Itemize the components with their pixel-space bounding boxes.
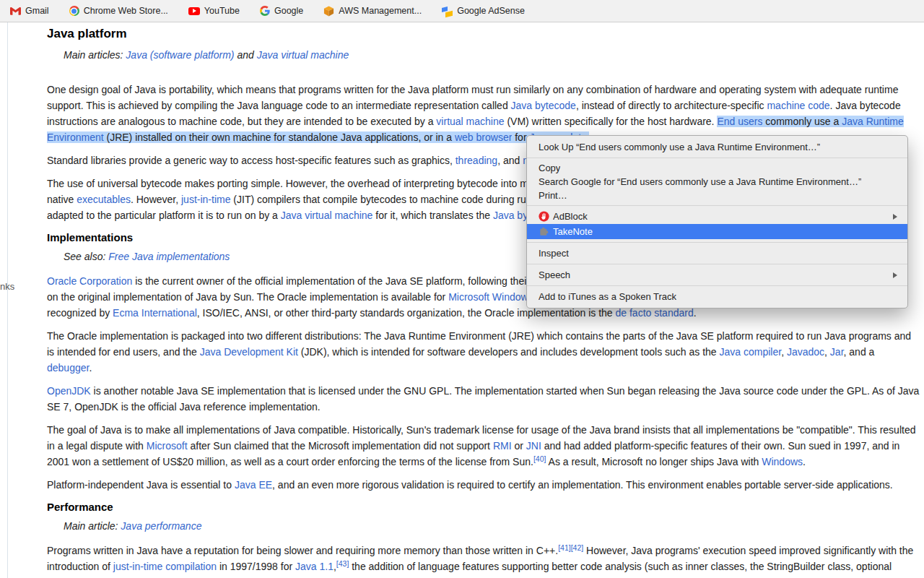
paragraph: OpenJDK is another notable Java SE imple… bbox=[47, 383, 920, 415]
reference-link[interactable]: [40] bbox=[533, 454, 546, 463]
text-run: (JDK), which is intended for software de… bbox=[298, 346, 720, 358]
article-link[interactable]: Java 1.1 bbox=[295, 561, 334, 572]
menu-item-adblock[interactable]: AdBlock bbox=[527, 209, 907, 224]
bookmark-label: Chrome Web Store... bbox=[84, 6, 168, 16]
sidebar-link-fragment[interactable]: nks bbox=[0, 281, 14, 292]
menu-separator bbox=[527, 242, 907, 243]
text-run: See also: bbox=[64, 251, 108, 262]
text-run: (JRE) installed on their own machine for… bbox=[104, 131, 455, 143]
menu-item-search-google[interactable]: Search Google for “End users commonly us… bbox=[527, 175, 907, 189]
article-link[interactable]: Java Development Kit bbox=[200, 346, 298, 358]
bookmark-item-gmail[interactable]: Gmail bbox=[10, 6, 49, 16]
bookmark-item-chrome-web-store[interactable]: Chrome Web Store... bbox=[69, 6, 168, 16]
article-link[interactable]: Jar bbox=[830, 346, 844, 358]
bookmark-item-aws[interactable]: AWS Management... bbox=[323, 6, 422, 17]
article-link[interactable]: executables bbox=[77, 194, 131, 205]
menu-separator bbox=[527, 205, 907, 206]
bookmark-label: Gmail bbox=[25, 6, 49, 16]
article-link[interactable]: de facto standard bbox=[616, 307, 694, 319]
bookmarks-bar: Gmail Chrome Web Store... YouTube Google bbox=[0, 0, 924, 22]
bookmark-item-google[interactable]: Google bbox=[260, 6, 303, 16]
section-heading-java-platform: Java platform bbox=[47, 27, 920, 41]
google-icon bbox=[260, 6, 270, 16]
menu-item-takenote[interactable]: TakeNote bbox=[527, 224, 907, 239]
reference-link[interactable]: [41] bbox=[558, 543, 571, 552]
text-run: , and bbox=[497, 155, 523, 166]
text-run: or bbox=[512, 440, 526, 452]
menu-item-print[interactable]: Print… bbox=[527, 189, 907, 202]
text-run: , instead of directly to architecture-sp… bbox=[576, 100, 767, 111]
article-link[interactable]: virtual machine bbox=[436, 116, 504, 127]
menu-item-look-up[interactable]: Look Up “End users commonly use a Java R… bbox=[527, 139, 907, 155]
text-run: , and a bbox=[844, 346, 875, 358]
text-run: . bbox=[803, 456, 806, 467]
article-link[interactable]: debugger bbox=[47, 362, 89, 374]
text-run: is another notable Java SE implementatio… bbox=[47, 385, 919, 413]
menu-separator bbox=[527, 264, 907, 264]
paragraph: The Oracle implementation is packaged in… bbox=[47, 328, 920, 376]
menu-separator bbox=[527, 285, 907, 286]
article-link[interactable]: End users bbox=[717, 116, 762, 127]
text-run: Standard libraries provide a generic way… bbox=[47, 155, 456, 166]
article-link[interactable]: web browser bbox=[455, 131, 512, 143]
submenu-arrow-icon bbox=[893, 272, 897, 278]
article-link[interactable]: Java performance bbox=[121, 520, 201, 532]
article-link[interactable]: just-in-time bbox=[181, 194, 230, 205]
article-link[interactable]: Oracle Corporation bbox=[47, 275, 132, 287]
article-link[interactable]: Microsoft Windows bbox=[448, 291, 533, 303]
gmail-icon bbox=[10, 7, 21, 15]
article-link[interactable]: Java compiler bbox=[720, 346, 782, 358]
text-run: . bbox=[694, 307, 697, 319]
article-link[interactable]: Java (software platform) bbox=[126, 49, 234, 61]
article-link[interactable]: Java virtual machine bbox=[257, 49, 349, 61]
text-run: , and an even more rigorous validation i… bbox=[272, 479, 893, 491]
text-run: , bbox=[824, 346, 830, 358]
bookmark-label: Google bbox=[274, 6, 303, 16]
reference-link[interactable]: [43] bbox=[336, 559, 349, 568]
context-menu: Look Up “End users commonly use a Java R… bbox=[526, 135, 908, 309]
text-run: is the current owner of the official imp… bbox=[132, 275, 594, 287]
article-link[interactable]: Ecma International bbox=[113, 307, 197, 319]
text-run: Main article: bbox=[64, 520, 121, 532]
text-run: and bbox=[235, 49, 257, 61]
article-link[interactable]: Microsoft bbox=[147, 440, 188, 452]
article-link[interactable]: Javadoc bbox=[787, 346, 824, 358]
adsense-icon bbox=[442, 6, 453, 17]
bookmark-label: Google AdSense bbox=[457, 6, 525, 16]
hatnote-main-articles: Main articles: Java (software platform) … bbox=[47, 47, 920, 63]
aws-cube-icon bbox=[323, 6, 334, 17]
reference-link[interactable]: [42] bbox=[571, 543, 584, 552]
paragraph: Platform-independent Java is essential t… bbox=[47, 477, 920, 493]
article-link[interactable]: just-in-time compilation bbox=[113, 561, 217, 572]
menu-separator bbox=[527, 158, 907, 158]
submenu-arrow-icon bbox=[893, 214, 897, 220]
article-link[interactable]: Windows bbox=[762, 456, 803, 467]
menu-item-add-to-itunes[interactable]: Add to iTunes as a Spoken Track bbox=[527, 289, 907, 304]
menu-item-speech[interactable]: Speech bbox=[527, 267, 907, 282]
takenote-puzzle-icon bbox=[539, 226, 549, 237]
paragraph: The goal of Java is to make all implemen… bbox=[47, 422, 920, 470]
menu-item-copy[interactable]: Copy bbox=[527, 161, 907, 175]
article-link[interactable]: machine code bbox=[767, 100, 829, 111]
text-run: Main articles: bbox=[64, 49, 126, 61]
hatnote-main-article: Main article: Java performance bbox=[47, 518, 920, 534]
text-run: . However, bbox=[131, 194, 181, 205]
text-run: , ISO/IEC, ANSI, or other third-party st… bbox=[197, 307, 616, 319]
bookmark-item-adsense[interactable]: Google AdSense bbox=[442, 6, 525, 17]
chrome-web-store-icon bbox=[69, 6, 79, 16]
article-link[interactable]: Java bytecode bbox=[511, 100, 576, 111]
text-run: in 1997/1998 for bbox=[217, 561, 295, 572]
article-link[interactable]: Java EE bbox=[235, 479, 272, 491]
article-link[interactable]: OpenJDK bbox=[47, 385, 91, 397]
bookmark-item-youtube[interactable]: YouTube bbox=[188, 6, 240, 16]
article-link[interactable]: RMI bbox=[493, 440, 512, 452]
text-run: , bbox=[781, 346, 787, 358]
article-link[interactable]: JNI bbox=[526, 440, 541, 452]
article-link[interactable]: Java virtual machine bbox=[281, 210, 373, 221]
article-link[interactable]: threading bbox=[456, 155, 497, 166]
bookmark-label: YouTube bbox=[204, 6, 240, 16]
text-run: after Sun claimed that the Microsoft imp… bbox=[188, 440, 493, 452]
menu-item-inspect[interactable]: Inspect bbox=[527, 246, 907, 261]
article-link[interactable]: Free Java implementations bbox=[108, 251, 230, 262]
text-run: . bbox=[89, 362, 92, 374]
